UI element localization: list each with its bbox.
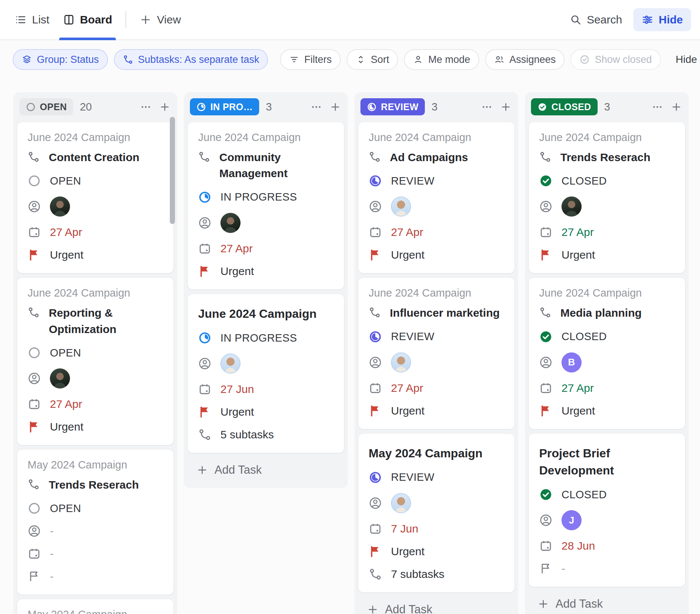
task-card[interactable]: June 2024 Campaign Content Creation OPEN… (17, 122, 174, 273)
sort-chip[interactable]: Sort (347, 49, 398, 70)
status-field[interactable]: CLOSED (539, 174, 675, 188)
due-date-field[interactable]: 27 Apr (28, 397, 163, 411)
assignee-field[interactable]: - (28, 524, 163, 538)
status-field[interactable]: REVIEW (369, 174, 504, 188)
task-card[interactable]: June 2024 Campaign Reporting & Optimizat… (17, 278, 174, 445)
avatar[interactable]: B (561, 352, 582, 372)
status-field[interactable]: CLOSED (539, 330, 675, 344)
priority-field[interactable]: Urgent (28, 420, 163, 434)
status-field[interactable]: OPEN (28, 501, 163, 515)
avatar[interactable] (50, 368, 70, 388)
due-date-field[interactable]: 27 Apr (369, 381, 504, 395)
task-title[interactable]: Project Brief Development (539, 445, 675, 479)
priority-field[interactable]: Urgent (369, 248, 504, 262)
assignee-field[interactable]: J (539, 510, 675, 530)
task-title[interactable]: Influencer marketing (390, 305, 500, 321)
avatar[interactable]: J (561, 510, 582, 530)
column-menu-icon[interactable] (652, 101, 663, 113)
status-pill-in-progress[interactable]: IN PRO… (190, 98, 259, 115)
column-menu-icon[interactable] (140, 101, 152, 113)
avatar[interactable] (391, 352, 411, 372)
status-field[interactable]: IN PROGRESS (198, 331, 334, 345)
tab-board[interactable]: Board (63, 0, 112, 39)
task-card[interactable]: June 2024 Campaign Ad Campaigns REVIEW 2… (358, 122, 515, 273)
status-field[interactable]: OPEN (28, 346, 163, 360)
search-button[interactable]: Search (570, 13, 622, 26)
assignee-field[interactable] (539, 196, 675, 217)
priority-field[interactable]: - (539, 562, 675, 576)
task-card[interactable]: May 2024 Campaign Trends Reserach OPEN -… (17, 450, 174, 595)
priority-field[interactable]: Urgent (369, 404, 504, 418)
column-menu-icon[interactable] (481, 101, 493, 113)
task-title[interactable]: June 2024 Campaign (198, 305, 334, 322)
task-card[interactable]: June 2024 Campaign Trends Reserach CLOSE… (529, 122, 685, 273)
tab-list[interactable]: List (15, 0, 50, 39)
task-title[interactable]: Content Creation (49, 149, 139, 166)
due-date-field[interactable]: - (28, 547, 163, 561)
add-task-button[interactable]: Add Task (358, 592, 515, 614)
avatar[interactable] (391, 493, 411, 513)
due-date-field[interactable]: 27 Apr (539, 381, 675, 395)
task-card[interactable]: June 2024 Campaign Media planning CLOSED… (529, 278, 685, 429)
due-date-field[interactable]: 7 Jun (369, 522, 504, 536)
assignee-field[interactable] (198, 354, 334, 374)
avatar[interactable] (220, 354, 241, 374)
task-title[interactable]: Trends Reserach (49, 477, 139, 493)
hide-panel-button[interactable]: Hide (633, 8, 691, 31)
due-date-field[interactable]: 27 Apr (369, 225, 504, 239)
status-field[interactable]: OPEN (28, 174, 163, 188)
avatar[interactable] (391, 196, 411, 217)
assignee-field[interactable] (369, 196, 504, 217)
subtasks-chip[interactable]: Subtasks: As separate task (114, 49, 268, 70)
hide-filters-link[interactable]: Hide (673, 54, 700, 65)
group-status-chip[interactable]: Group: Status (13, 49, 108, 70)
task-title[interactable]: Ad Campaigns (390, 149, 468, 166)
status-field[interactable]: REVIEW (369, 330, 504, 344)
assignee-field[interactable] (28, 368, 163, 388)
task-card-parent[interactable]: Project Brief Development CLOSED J 28 Ju… (529, 434, 685, 587)
tab-add-view[interactable]: View (140, 0, 181, 39)
due-date-field[interactable]: 28 Jun (539, 539, 675, 553)
show-closed-chip[interactable]: Show closed (570, 49, 661, 70)
add-task-button[interactable]: Add Task (188, 453, 344, 484)
priority-field[interactable]: Urgent (198, 264, 334, 278)
avatar[interactable] (220, 213, 241, 233)
status-field[interactable]: CLOSED (539, 487, 675, 502)
priority-field[interactable]: Urgent (369, 544, 504, 559)
priority-field[interactable]: Urgent (539, 248, 675, 262)
due-date-field[interactable]: 27 Apr (198, 242, 334, 256)
assignee-field[interactable] (28, 196, 163, 217)
due-date-field[interactable]: 27 Apr (28, 225, 163, 239)
task-title[interactable]: Trends Reserach (560, 149, 650, 166)
filters-chip[interactable]: Filters (280, 49, 341, 70)
priority-field[interactable]: Urgent (539, 404, 675, 418)
task-title[interactable]: Media planning (560, 305, 642, 321)
avatar[interactable] (50, 196, 70, 217)
task-title[interactable]: Reporting & Optimization (49, 305, 163, 337)
task-card[interactable]: May 2024 Campaign Media planning OPEN (17, 599, 174, 614)
task-card-parent[interactable]: May 2024 Campaign REVIEW 7 Jun Urgent 7 … (358, 434, 515, 592)
subtasks-field[interactable]: 5 subtasks (198, 428, 334, 442)
task-card[interactable]: June 2024 Campaign Community Management … (188, 122, 344, 290)
assignee-field[interactable] (198, 213, 334, 233)
assignee-field[interactable] (369, 493, 504, 513)
priority-field[interactable]: Urgent (28, 248, 163, 262)
status-field[interactable]: REVIEW (369, 470, 504, 485)
status-pill-review[interactable]: REVIEW (360, 98, 425, 115)
column-add-icon[interactable] (330, 101, 341, 113)
status-pill-closed[interactable]: CLOSED (531, 98, 598, 115)
task-title[interactable]: Community Management (219, 149, 334, 182)
assignee-field[interactable]: B (539, 352, 675, 372)
priority-field[interactable]: Urgent (198, 405, 334, 419)
due-date-field[interactable]: 27 Apr (539, 225, 675, 239)
priority-field[interactable]: - (28, 569, 163, 583)
assignees-chip[interactable]: Assignees (485, 49, 565, 70)
column-add-icon[interactable] (671, 101, 682, 113)
column-add-icon[interactable] (159, 101, 171, 113)
task-card[interactable]: June 2024 Campaign Influencer marketing … (358, 278, 515, 429)
status-field[interactable]: IN PROGRESS (198, 190, 334, 204)
due-date-field[interactable]: 27 Jun (198, 382, 334, 396)
me-mode-chip[interactable]: Me mode (404, 49, 479, 70)
add-task-button[interactable]: Add Task (529, 587, 685, 614)
column-scrollbar[interactable] (170, 117, 175, 224)
